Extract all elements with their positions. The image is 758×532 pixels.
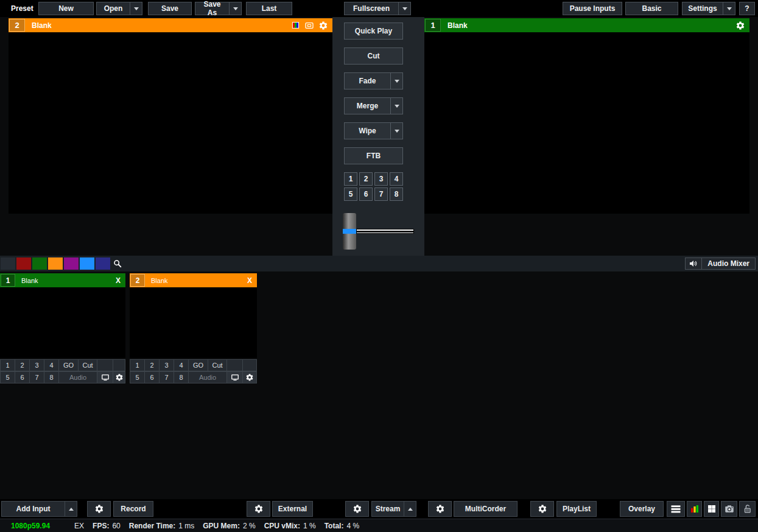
quick-play-button[interactable]: Quick Play xyxy=(344,23,403,40)
snapshot-button[interactable] xyxy=(721,501,737,517)
gear-icon[interactable] xyxy=(735,21,745,30)
color-swatch-4[interactable] xyxy=(64,257,79,270)
stream-settings-button[interactable] xyxy=(345,501,369,517)
external-settings-button[interactable] xyxy=(247,501,270,517)
fullscreen-dropdown-arrow[interactable] xyxy=(398,2,410,15)
input-1-cut-button[interactable]: Cut xyxy=(78,359,97,371)
stream-dropup-arrow[interactable] xyxy=(404,502,416,516)
input-2-go-button[interactable]: GO xyxy=(188,359,208,371)
input-2-overlay-8[interactable]: 8 xyxy=(174,371,189,383)
record-button[interactable]: Record xyxy=(113,501,153,517)
input-2-overlay-5[interactable]: 5 xyxy=(130,371,145,383)
external-button[interactable]: External xyxy=(272,501,313,517)
input-2-cut-button[interactable]: Cut xyxy=(208,359,227,371)
transition-number-4[interactable]: 4 xyxy=(390,172,403,186)
input-2-fullscreen-button[interactable] xyxy=(226,371,243,383)
open-button[interactable]: Open xyxy=(96,2,142,15)
color-swatch-1[interactable] xyxy=(16,257,31,270)
lock-button[interactable] xyxy=(739,501,756,517)
open-dropdown-arrow[interactable] xyxy=(130,2,142,15)
wipe-dropdown-arrow[interactable] xyxy=(390,123,402,139)
color-swatch-0[interactable] xyxy=(1,257,15,270)
input-2-thumbnail[interactable] xyxy=(130,287,257,358)
input-1-overlay-5[interactable]: 5 xyxy=(0,371,15,383)
input-1-overlay-1[interactable]: 1 xyxy=(0,359,15,371)
monitor-icon[interactable] xyxy=(304,21,314,30)
overlay-button[interactable]: Overlay xyxy=(620,501,664,517)
input-1-overlay-8[interactable]: 8 xyxy=(44,371,59,383)
merge-button[interactable]: Merge xyxy=(344,97,403,114)
input-2-overlay-1[interactable]: 1 xyxy=(130,359,145,371)
stream-button[interactable]: Stream xyxy=(371,501,416,517)
record-settings-button[interactable] xyxy=(87,501,111,517)
color-swatch-2[interactable] xyxy=(32,257,47,270)
new-button[interactable]: New xyxy=(38,2,94,15)
last-button-label: Last xyxy=(247,4,292,13)
input-2-overlay-6[interactable]: 6 xyxy=(144,371,160,383)
transition-number-1[interactable]: 1 xyxy=(344,172,357,186)
input-1-overlay-6[interactable]: 6 xyxy=(15,371,30,383)
input-2-overlay-4[interactable]: 4 xyxy=(174,359,189,371)
fade-dropdown-arrow[interactable] xyxy=(390,73,402,89)
add-input-button[interactable]: Add Input xyxy=(1,501,77,517)
input-1-overlay-2[interactable]: 2 xyxy=(15,359,30,371)
input-1-fullscreen-button[interactable] xyxy=(97,371,113,383)
input-1-header[interactable]: 1 Blank X xyxy=(0,273,125,287)
save-as-dropdown-arrow[interactable] xyxy=(229,2,241,15)
wipe-button[interactable]: Wipe xyxy=(344,122,403,139)
help-button[interactable]: ? xyxy=(739,2,755,15)
multicorder-button[interactable]: MultiCorder xyxy=(454,501,518,517)
transition-number-2[interactable]: 2 xyxy=(359,172,373,186)
search-button[interactable] xyxy=(110,257,124,270)
transition-number-7[interactable]: 7 xyxy=(374,187,388,201)
playlist-button[interactable]: PlayList xyxy=(556,501,597,517)
transition-number-5[interactable]: 5 xyxy=(344,187,357,201)
input-1-go-button[interactable]: GO xyxy=(58,359,79,371)
audio-levels-button[interactable] xyxy=(687,501,702,517)
input-2-audio-button[interactable]: Audio xyxy=(188,371,227,383)
basic-button[interactable]: Basic xyxy=(625,2,678,15)
color-swatch-3[interactable] xyxy=(48,257,63,270)
input-1-audio-button[interactable]: Audio xyxy=(58,371,97,383)
cpu-vmix-label: CPU vMix: xyxy=(264,522,300,530)
merge-dropdown-arrow[interactable] xyxy=(390,98,402,114)
input-1-settings-button[interactable] xyxy=(113,371,125,383)
input-2-overlay-2[interactable]: 2 xyxy=(144,359,160,371)
menu-button[interactable] xyxy=(667,501,685,517)
cut-button[interactable]: Cut xyxy=(344,47,403,65)
fullscreen-button[interactable]: Fullscreen xyxy=(344,2,411,15)
gear-icon[interactable] xyxy=(318,21,328,30)
transition-number-6[interactable]: 6 xyxy=(359,187,373,201)
save-as-button[interactable]: Save As xyxy=(195,2,242,15)
input-1-overlay-3[interactable]: 3 xyxy=(29,359,44,371)
pause-inputs-button[interactable]: Pause Inputs xyxy=(563,2,622,15)
multicorder-settings-button[interactable] xyxy=(428,501,452,517)
input-1-close-button[interactable]: X xyxy=(111,276,125,285)
settings-dropdown-arrow[interactable] xyxy=(723,2,735,15)
input-2-settings-button[interactable] xyxy=(242,371,257,383)
add-input-dropup-arrow[interactable] xyxy=(65,502,77,516)
color-swatch-5[interactable] xyxy=(80,257,94,270)
color-swatch-6[interactable] xyxy=(96,257,110,270)
transition-number-3[interactable]: 3 xyxy=(374,172,388,186)
input-2-header[interactable]: 2 Blank X xyxy=(130,273,257,287)
tbar-handle[interactable] xyxy=(343,213,356,250)
input-2-overlay-7[interactable]: 7 xyxy=(159,371,174,383)
camera-icon xyxy=(724,503,735,514)
input-1-overlay-7[interactable]: 7 xyxy=(29,371,44,383)
input-1-thumbnail[interactable] xyxy=(0,287,125,358)
color-bars-icon[interactable] xyxy=(291,21,300,30)
input-2-close-button[interactable]: X xyxy=(243,276,256,285)
fade-button[interactable]: Fade xyxy=(344,72,403,89)
settings-button[interactable]: Settings xyxy=(682,2,735,15)
last-button[interactable]: Last xyxy=(246,2,292,15)
transition-panel: Quick Play Cut Fade Merge Wipe FTB 1 2 3… xyxy=(332,17,424,256)
transition-number-8[interactable]: 8 xyxy=(390,187,403,201)
save-button[interactable]: Save xyxy=(148,2,192,15)
audio-mixer-button[interactable]: Audio Mixer xyxy=(685,257,756,270)
multiview-button[interactable] xyxy=(704,501,719,517)
input-2-overlay-3[interactable]: 3 xyxy=(159,359,174,371)
playlist-settings-button[interactable] xyxy=(530,501,554,517)
input-1-overlay-4[interactable]: 4 xyxy=(44,359,59,371)
ftb-button[interactable]: FTB xyxy=(344,147,403,164)
